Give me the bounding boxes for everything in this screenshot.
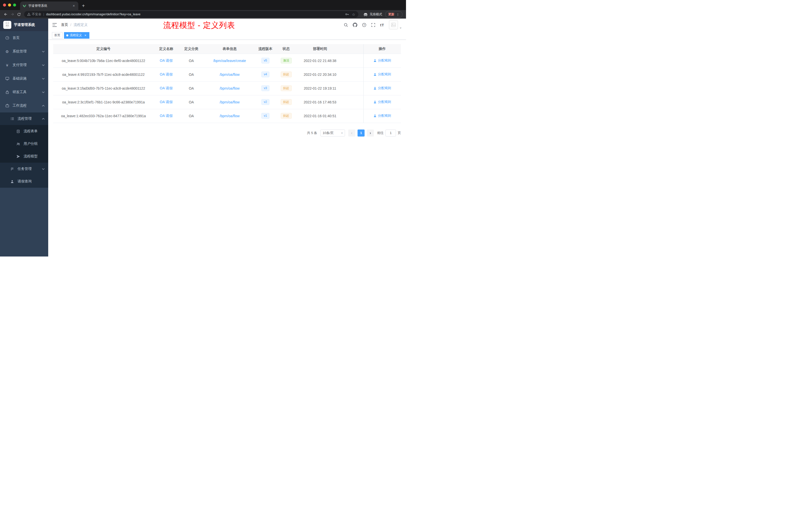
sidebar-item-label: 研发工具 [12, 90, 42, 94]
address-bar[interactable]: 不安全 | dashboard.yudao.iocoder.cn/bpm/man… [24, 11, 358, 18]
tab-favicon-icon [23, 4, 26, 8]
page-content: 定义编号 定义名称 定义分类 表单信息 流程版本 状态 部署时间 操作 oa_l… [48, 40, 406, 256]
pagination: 共 5 条 10条/页 ▾ ‹ 1 › 前往 页 [53, 129, 401, 137]
category-cell: OA [179, 54, 204, 67]
tag-process-definition[interactable]: 流程定义 × [64, 32, 89, 39]
next-page-button[interactable]: › [367, 129, 374, 137]
definition-name-link[interactable]: OA 请假 [160, 86, 173, 90]
sidebar-item-process-management[interactable]: 流程管理 [0, 113, 48, 125]
assign-rule-label: 分配规则 [378, 72, 391, 77]
col-deploy-time: 部署时间 [297, 44, 343, 54]
form-info-link[interactable]: /bpm/oa/flow [220, 86, 239, 90]
assign-rule-link[interactable]: 分配规则 [373, 114, 391, 118]
sidebar-item-payment[interactable]: ¥ 支付管理 [0, 58, 48, 72]
table-cell: 挂起 [276, 81, 297, 95]
table-row: oa_leave:2:3c1f0ef1-76b1-11ec-9c66-a2380… [53, 95, 401, 109]
app-frame: 芋道管理系统 首页 ⚙ 系统管理 ¥ 支付管理 [0, 19, 406, 256]
status-badge: 激活 [281, 58, 292, 64]
definition-id-cell: oa_leave:3:1fad3d93-7b75-11ec-a3c8-acde4… [53, 81, 154, 95]
sidebar-item-workflow[interactable]: 工作流程 [0, 99, 48, 113]
user-icon [373, 73, 377, 76]
prev-page-button[interactable]: ‹ [348, 129, 355, 137]
back-button[interactable] [2, 11, 9, 18]
zoom-window-button[interactable] [13, 3, 16, 6]
flag-icon [10, 167, 14, 171]
assign-rule-label: 分配规则 [378, 86, 391, 90]
col-form-info: 表单信息 [204, 44, 255, 54]
user-menu[interactable]: ⌄ [389, 20, 402, 29]
assign-rule-link[interactable]: 分配规则 [373, 100, 391, 104]
github-icon[interactable] [353, 23, 357, 27]
table-cell: 分配规则 [363, 95, 401, 109]
search-icon[interactable] [344, 23, 348, 27]
sidebar-toggle-icon[interactable] [52, 23, 57, 27]
sidebar-item-infrastructure[interactable]: 基础设施 [0, 72, 48, 85]
form-info-link[interactable]: /bpm/oa/flow [220, 72, 239, 77]
help-icon[interactable]: ? [362, 23, 366, 27]
table-cell: /bpm/oa/flow [204, 95, 255, 109]
table-cell: v1 [255, 109, 276, 123]
sidebar-item-label: 系统管理 [12, 49, 42, 54]
version-badge: v2 [261, 99, 270, 105]
sidebar-item-process-form[interactable]: 流程表单 [0, 125, 48, 138]
form-info-link[interactable]: /bpm/oa/leave/create [213, 59, 246, 63]
breadcrumb-home[interactable]: 首页 [61, 23, 68, 27]
tag-home[interactable]: 首页 [52, 32, 62, 39]
password-key-icon[interactable] [345, 12, 349, 16]
bookmark-star-icon[interactable]: ☆ [352, 12, 355, 16]
tag-close-icon[interactable]: × [84, 34, 87, 37]
user-icon [373, 114, 377, 117]
sidebar-item-leave-query[interactable]: 请假查询 [0, 175, 48, 188]
yen-icon: ¥ [5, 63, 9, 67]
goto-page-input[interactable] [385, 129, 396, 137]
browser-tab[interactable]: 芋道管理系统 × [20, 1, 78, 10]
incognito-icon [363, 12, 368, 16]
font-size-icon[interactable]: tT [380, 23, 384, 27]
sidebar-item-devtools[interactable]: 研发工具 [0, 85, 48, 99]
omnibox-actions: ☆ [345, 12, 355, 16]
table-cell: 分配规则 [363, 109, 401, 123]
assign-rule-link[interactable]: 分配规则 [373, 86, 391, 90]
new-tab-button[interactable]: + [80, 2, 87, 9]
sidebar-item-process-model[interactable]: 流程模型 [0, 150, 48, 163]
sidebar-item-task-management[interactable]: 任务管理 [0, 163, 48, 175]
current-page-button[interactable]: 1 [357, 129, 365, 137]
assign-rule-link[interactable]: 分配规则 [373, 72, 391, 77]
security-indicator[interactable]: 不安全 [27, 12, 41, 17]
monitor-icon [5, 77, 9, 81]
reload-button[interactable] [16, 11, 22, 18]
forward-button[interactable] [9, 11, 16, 18]
sidebar-item-home[interactable]: 首页 [0, 31, 48, 45]
sidebar-item-system[interactable]: ⚙ 系统管理 [0, 45, 48, 58]
sidebar-item-user-group[interactable]: 用户分组 [0, 138, 48, 150]
definition-name-link[interactable]: OA 请假 [160, 58, 173, 62]
definition-name-link[interactable]: OA 请假 [160, 72, 173, 76]
page-size-select[interactable]: 10条/页 ▾ [320, 129, 345, 137]
fullscreen-icon[interactable] [371, 23, 375, 27]
browser-update-menu-button[interactable]: 更新 ⋮ [385, 11, 403, 18]
briefcase-icon [5, 104, 9, 108]
assign-rule-link[interactable]: 分配规则 [373, 58, 391, 63]
chevron-up-icon [42, 118, 45, 120]
category-cell: OA [179, 109, 204, 123]
goto-page: 前往 页 [377, 129, 401, 137]
form-info-link[interactable]: /bpm/oa/flow [220, 114, 239, 118]
minimize-window-button[interactable] [8, 3, 11, 6]
tag-label: 首页 [54, 33, 60, 37]
sidebar: 芋道管理系统 首页 ⚙ 系统管理 ¥ 支付管理 [0, 19, 48, 256]
form-info-link[interactable]: /bpm/oa/flow [220, 100, 239, 104]
table-cell: OA 请假 [154, 54, 179, 67]
total-count: 共 5 条 [307, 131, 317, 135]
close-window-button[interactable] [3, 3, 6, 6]
sidebar-logo[interactable]: 芋道管理系统 [0, 19, 48, 31]
definition-name-link[interactable]: OA 请假 [160, 114, 173, 118]
definition-name-link[interactable]: OA 请假 [160, 100, 173, 104]
tag-label: 流程定义 [70, 33, 82, 37]
status-badge: 挂起 [281, 85, 292, 91]
logo-avatar [3, 21, 11, 29]
table-cell-spacer [343, 109, 363, 123]
tab-close-icon[interactable]: × [72, 4, 76, 8]
deploy-time-cell: 2022-01-22 20:34:10 [297, 67, 343, 81]
sidebar-item-label: 流程管理 [18, 117, 42, 121]
chevron-down-icon [42, 168, 45, 170]
